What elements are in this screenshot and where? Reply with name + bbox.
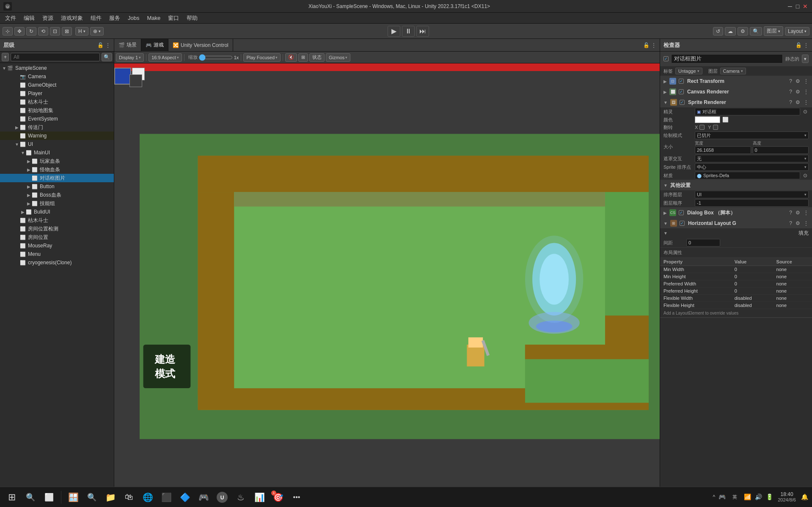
tree-item-warning[interactable]: ▶ ⬜ Warning xyxy=(0,132,114,140)
taskbar-app-store[interactable]: 🛍 xyxy=(121,489,138,506)
layout-check[interactable] xyxy=(680,221,685,226)
sys-tray-lang[interactable]: 英 xyxy=(729,493,740,501)
tree-item-menu[interactable]: ▶ ⬜ Menu xyxy=(0,250,114,258)
sys-tray-battery[interactable]: 🔋 xyxy=(765,493,773,501)
canvas-help-icon[interactable]: ? xyxy=(789,89,792,95)
tree-item-room-pos[interactable]: ▶ ⬜ 房间位置 xyxy=(0,233,114,241)
menu-component[interactable]: 组件 xyxy=(87,14,105,23)
static-dropdown[interactable]: ▾ xyxy=(802,55,809,63)
layer-dropdown[interactable]: Camera ▾ xyxy=(720,68,746,74)
tree-item-camera[interactable]: ▶ 📷 Camera xyxy=(0,72,114,81)
canvas-more-icon[interactable]: ⋮ xyxy=(804,89,809,95)
settings-button[interactable]: ⚙ xyxy=(738,27,748,36)
taskbar-app-folder[interactable]: 📁 xyxy=(102,489,119,506)
other-settings-header[interactable]: ▼ 其他设置 xyxy=(660,180,812,190)
object-active-checkbox[interactable] xyxy=(663,56,669,61)
layers-dropdown[interactable]: 图层 ▾ xyxy=(764,26,783,36)
sys-tray-volume[interactable]: 🔊 xyxy=(754,493,762,501)
material-value[interactable]: ⬤ Sprites-Defa xyxy=(695,172,800,179)
menu-edit[interactable]: 编辑 xyxy=(20,14,38,23)
canvas-renderer-header[interactable]: ▶ ⬜ Canvas Renderer ? ⚙ ⋮ xyxy=(660,87,812,97)
layout-settings-icon[interactable]: ⚙ xyxy=(795,220,800,226)
menu-services[interactable]: 服务 xyxy=(106,14,124,23)
transform-move[interactable]: ✥ xyxy=(14,27,25,36)
taskbar-app-more[interactable]: ••• xyxy=(288,489,305,506)
fill-inner-value[interactable]: 0 xyxy=(686,239,720,247)
tree-item-chushi[interactable]: ▶ ⬜ 初始地图集 xyxy=(0,106,114,115)
canvas-check[interactable] xyxy=(679,89,684,94)
menu-gameobject[interactable]: 游戏对象 xyxy=(58,14,86,23)
tree-item-bulidui[interactable]: ▶ ⬜ BulidUI xyxy=(0,208,114,216)
hierarchy-search-btn[interactable]: 🔍 xyxy=(102,53,112,61)
sprite-field-value[interactable]: ▣ 对话框 xyxy=(695,108,800,115)
inspector-lock-icon[interactable]: 🔓 xyxy=(795,42,802,48)
tree-item-room-detect[interactable]: ▶ ⬜ 房间位置检测 xyxy=(0,225,114,233)
sprite-renderer-header[interactable]: ▼ 🖼 Sprite Renderer ? ⚙ ⋮ xyxy=(660,97,812,107)
tab-game[interactable]: 🎮 游戏 xyxy=(141,39,168,52)
color-swatch[interactable] xyxy=(695,116,720,123)
menu-file[interactable]: 文件 xyxy=(2,14,19,23)
taskbar-app-search2[interactable]: 🔍 xyxy=(83,489,100,506)
global-button[interactable]: ⊕ ▾ xyxy=(90,27,104,36)
taskbar-app-edge[interactable]: 🌐 xyxy=(139,489,156,506)
taskbar-app-notification-icon[interactable]: 🎯 1 xyxy=(270,489,286,506)
dialog-help-icon[interactable]: ? xyxy=(789,210,792,216)
sprite-check[interactable] xyxy=(680,100,685,105)
inspector-more-icon[interactable]: ⋮ xyxy=(804,42,809,48)
tree-item-cryo[interactable]: ▶ ⬜ cryogenesis(Clone) xyxy=(0,258,114,267)
stats-wire-btn[interactable]: ⊞ xyxy=(298,53,308,62)
menu-assets[interactable]: 资源 xyxy=(39,14,57,23)
height-value[interactable]: 0 xyxy=(753,146,809,154)
tab-lock-icon[interactable]: 🔓 xyxy=(643,42,650,48)
task-view[interactable]: ⬜ xyxy=(41,489,58,506)
dialog-script-header[interactable]: ▶ CS Dialog Box （脚本） ? ⚙ ⋮ xyxy=(660,208,812,218)
zoom-slider[interactable] xyxy=(199,55,233,60)
flip-y-checkbox[interactable] xyxy=(713,125,718,130)
width-value[interactable]: 26.1658 xyxy=(695,146,751,154)
taskbar-app-steam[interactable]: ♨ xyxy=(232,489,249,506)
sys-tray-notification[interactable]: 🔔 xyxy=(800,493,809,501)
layer-order-value[interactable]: -1 xyxy=(695,199,809,207)
transform-rect[interactable]: ⊡ xyxy=(50,27,60,36)
cloud-button[interactable]: ☁ xyxy=(725,27,736,36)
step-button[interactable]: ⏭ xyxy=(416,26,429,37)
sprite-more-icon[interactable]: ⋮ xyxy=(804,99,809,105)
draw-mode-value[interactable]: 已切片 ▾ xyxy=(695,132,809,139)
menu-help[interactable]: 帮助 xyxy=(183,14,201,23)
dialog-more-icon[interactable]: ⋮ xyxy=(804,210,809,216)
transform-rotate[interactable]: ↻ xyxy=(26,27,36,36)
transform-scale[interactable]: ⟲ xyxy=(38,27,48,36)
tree-item-monster-hp[interactable]: ▶ ⬜ 怪物血条 xyxy=(0,165,114,174)
tree-item-mainui[interactable]: ▼ ⬜ MainUI xyxy=(0,148,114,157)
fill-header[interactable]: ▼ 填充 xyxy=(660,228,812,238)
tree-item-dialog-img[interactable]: ▶ ⬜ 对话框图片 xyxy=(0,174,114,182)
dialog-check[interactable] xyxy=(679,210,684,215)
rect-more-icon[interactable]: ⋮ xyxy=(804,78,809,84)
taskbar-app-game1[interactable]: 🎮 xyxy=(195,489,212,506)
play-button[interactable]: ▶ xyxy=(388,26,400,37)
tree-item-samplescene[interactable]: ▼ 🎬 SampleScene xyxy=(0,64,114,72)
pause-button[interactable]: ⏸ xyxy=(402,26,415,37)
tab-scene[interactable]: 🎬 场景 xyxy=(114,39,141,52)
sprite-help-icon[interactable]: ? xyxy=(789,99,792,105)
tree-item-eventsystem[interactable]: ▶ ⬜ EventSystem xyxy=(0,115,114,123)
tree-item-player-hp[interactable]: ▶ ⬜ 玩家血条 xyxy=(0,157,114,165)
flip-x-checkbox[interactable] xyxy=(699,125,705,130)
sys-tray-game[interactable]: 🎮 xyxy=(718,493,726,501)
clock[interactable]: 18:40 2024/8/6 xyxy=(778,491,796,503)
material-target-icon[interactable]: ⊙ xyxy=(802,172,809,179)
canvas-settings-icon[interactable]: ⚙ xyxy=(795,89,800,95)
sys-tray-network[interactable]: 📶 xyxy=(743,493,751,501)
gizmos-btn[interactable]: Gizmos ▾ xyxy=(326,53,350,62)
minimize-button[interactable]: ─ xyxy=(787,3,793,10)
start-button[interactable]: ⊞ xyxy=(3,489,20,506)
sys-tray-expand[interactable]: ^ xyxy=(713,494,716,500)
mask-value[interactable]: 无 ▾ xyxy=(695,155,809,162)
taskbar-app-terminal[interactable]: ⬛ xyxy=(158,489,175,506)
tree-item-kumu[interactable]: ▶ ⬜ 枯木斗士 xyxy=(0,98,114,106)
tree-item-skills[interactable]: ▶ ⬜ 技能组 xyxy=(0,199,114,208)
stats-btn[interactable]: 状态 xyxy=(309,53,325,62)
transform-multi[interactable]: ⊠ xyxy=(62,27,72,36)
play-focused-btn[interactable]: Play Focused ▾ xyxy=(243,53,281,62)
rect-settings-icon[interactable]: ⚙ xyxy=(795,78,800,84)
